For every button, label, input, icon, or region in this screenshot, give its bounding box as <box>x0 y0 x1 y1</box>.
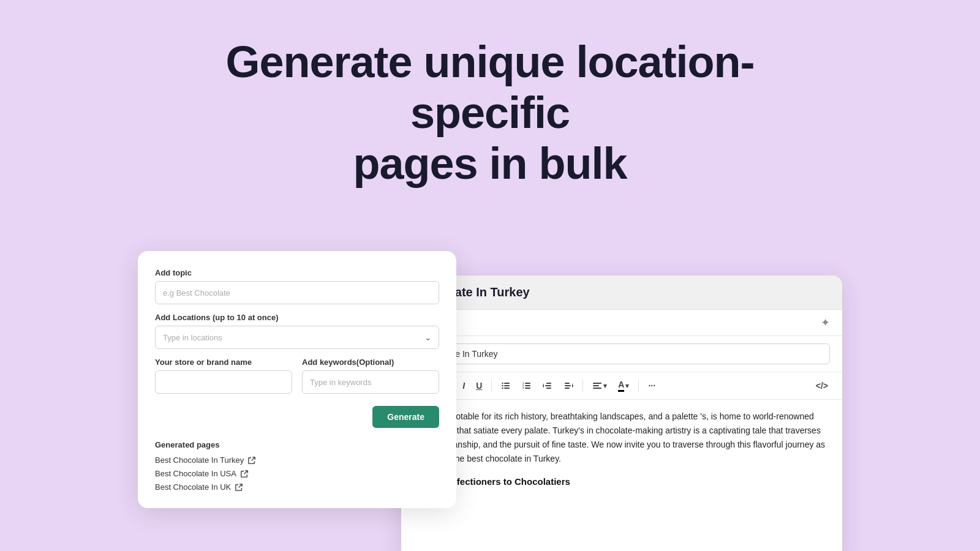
svg-rect-1 <box>504 385 510 386</box>
hero-title: Generate unique location-specific pages … <box>153 0 827 189</box>
external-link-icon-2 <box>235 483 243 492</box>
svg-rect-0 <box>504 383 510 384</box>
toolbar-separator-2 <box>491 380 492 392</box>
indent-decrease-icon <box>543 381 552 391</box>
more-icon: ··· <box>648 381 655 391</box>
page-link-label-1: Best Chocolate In USA <box>155 469 236 478</box>
hero-title-line2: pages in bulk <box>353 139 627 188</box>
svg-point-4 <box>502 385 503 386</box>
brand-name-label: Your store or brand name <box>155 358 292 367</box>
toolbar-text-color-button[interactable]: A ▾ <box>614 377 633 394</box>
add-topic-label: Add topic <box>155 268 439 277</box>
svg-rect-21 <box>593 385 599 386</box>
toolbar-more-button[interactable]: ··· <box>644 378 660 393</box>
svg-marker-15 <box>543 383 544 388</box>
svg-rect-22 <box>593 388 601 389</box>
svg-point-3 <box>502 383 503 384</box>
code-icon: </> <box>816 381 828 391</box>
form-row-brand-keywords: Your store or brand name Add keywords(Op… <box>155 358 439 394</box>
generate-button[interactable]: Generate <box>372 406 439 428</box>
svg-rect-16 <box>565 383 570 384</box>
editor-paragraph: a country notable for its rich history, … <box>413 410 830 466</box>
svg-rect-17 <box>565 385 571 386</box>
toolbar-indent-left-button[interactable] <box>538 378 557 393</box>
svg-text:3: 3 <box>522 386 524 389</box>
svg-rect-6 <box>525 383 530 384</box>
location-select[interactable]: Type in locations <box>155 326 439 349</box>
editor-title: Chocolate In Turkey <box>413 285 830 299</box>
form-card: Add topic Add Locations (up to 10 at onc… <box>138 251 456 508</box>
toolbar-ordered-list-button[interactable]: 123 <box>518 378 536 393</box>
add-locations-label: Add Locations (up to 10 at once) <box>155 313 439 322</box>
toolbar-bullet-list-button[interactable] <box>497 378 515 393</box>
svg-rect-20 <box>593 383 601 384</box>
editor-subtitle-bar: ✦ <box>401 310 842 336</box>
svg-rect-8 <box>525 388 530 389</box>
ordered-list-icon: 123 <box>522 381 532 391</box>
sparkle-icon[interactable]: ✦ <box>821 316 830 329</box>
keywords-label: Add keywords(Optional) <box>302 358 439 367</box>
bullet-list-icon <box>501 381 511 391</box>
hero-title-line1: Generate unique location-specific <box>225 37 754 137</box>
svg-rect-13 <box>545 385 551 386</box>
brand-name-input[interactable] <box>155 370 292 394</box>
text-color-icon: A <box>618 380 624 392</box>
page-link-label-0: Best Chocolate In Turkey <box>155 455 244 465</box>
list-item[interactable]: Best Chocolate In Turkey <box>155 455 439 465</box>
toolbar-italic-button[interactable]: I <box>458 378 469 393</box>
generated-pages-section: Generated pages Best Chocolate In Turkey… <box>155 440 439 492</box>
editor-title-bar: Chocolate In Turkey <box>401 276 842 310</box>
svg-rect-7 <box>525 385 530 386</box>
editor-body: a country notable for its rich history, … <box>401 400 842 500</box>
svg-rect-12 <box>546 383 551 384</box>
editor-subheading: From Confectioners to Chocolatiers <box>413 474 830 490</box>
indent-increase-icon <box>564 381 573 391</box>
cards-container: Add topic Add Locations (up to 10 at onc… <box>138 251 842 551</box>
external-link-icon-1 <box>240 470 249 478</box>
toolbar-underline-button[interactable]: U <box>472 378 486 393</box>
location-select-wrapper: Type in locations ⌄ <box>155 326 439 349</box>
align-icon <box>592 381 602 391</box>
svg-point-5 <box>502 388 503 389</box>
svg-rect-14 <box>546 388 551 389</box>
svg-marker-19 <box>572 383 573 388</box>
list-item[interactable]: Best Chocolate In USA <box>155 469 439 478</box>
toolbar-code-button[interactable]: </> <box>812 378 832 393</box>
toolbar-separator-3 <box>582 380 583 392</box>
toolbar-indent-right-button[interactable] <box>559 378 578 393</box>
list-item[interactable]: Best Chocolate In UK <box>155 482 439 492</box>
toolbar-align-button[interactable]: ▾ <box>588 378 611 393</box>
generated-pages-title: Generated pages <box>155 440 439 449</box>
page-link-label-2: Best Chocolate In UK <box>155 482 231 492</box>
add-topic-input[interactable] <box>155 281 439 304</box>
editor-toolbar: A ▾ B I U 123 ▾ A <box>401 372 842 400</box>
toolbar-separator-4 <box>638 380 639 392</box>
editor-card: Chocolate In Turkey ✦ A ▾ B I U 123 <box>401 276 842 551</box>
keywords-input[interactable] <box>302 370 439 394</box>
editor-content-area <box>401 336 842 372</box>
editor-topic-input[interactable] <box>413 343 830 364</box>
svg-rect-18 <box>565 388 570 389</box>
external-link-icon-0 <box>247 456 256 465</box>
svg-rect-2 <box>504 388 510 389</box>
